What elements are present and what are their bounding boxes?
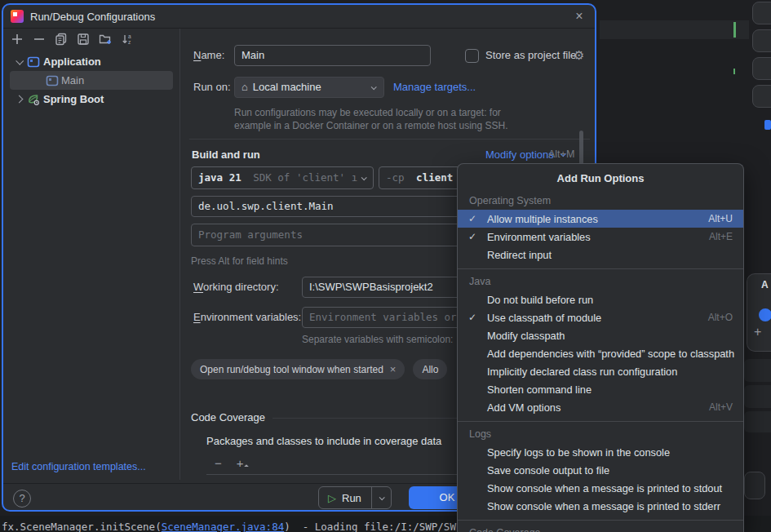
popup-menu-item[interactable]: Modify classpath: [458, 326, 743, 344]
remove-configuration-button[interactable]: [32, 32, 47, 47]
tree-item-spring-boot[interactable]: Spring Boot: [3, 90, 179, 109]
gear-icon[interactable]: ⚙: [574, 45, 584, 66]
chip-close-icon[interactable]: ×: [390, 363, 397, 375]
status-text-suffix: ) - Loading file:/I:/SWP/SWPB: [284, 521, 468, 532]
editor-green-marker-small: [733, 69, 735, 74]
tree-item-main[interactable]: Main: [10, 71, 173, 90]
popup-section-header: Logs: [458, 422, 743, 443]
popup-menu-item[interactable]: ✓Use classpath of moduleAlt+O: [458, 308, 743, 326]
run-on-help-line2: example in a Docker Container or on a re…: [234, 119, 508, 132]
side-panel-avatar: [759, 308, 771, 321]
background-rounded-widget: [744, 472, 765, 499]
check-icon: ✓: [468, 213, 487, 224]
menu-shortcut: Alt+U: [708, 213, 733, 224]
copy-configuration-button[interactable]: [54, 32, 69, 47]
edit-configuration-templates-link[interactable]: Edit configuration templates...: [11, 461, 146, 472]
build-and-run-title: Build and run: [192, 149, 260, 161]
option-chip[interactable]: Open run/debug tool window when started×: [191, 359, 405, 379]
popup-section-header: Java: [458, 269, 743, 290]
option-chips-row: Open run/debug tool window when started×…: [191, 359, 447, 379]
copy-icon: [55, 33, 68, 46]
popup-menu-item-label: Shorten command line: [487, 383, 733, 396]
save-configuration-button[interactable]: [76, 32, 91, 47]
dialog-titlebar: Run/Debug Configurations ×: [3, 5, 595, 29]
side-panel-letter: A: [761, 279, 769, 290]
configurations-toolbar: az: [10, 32, 135, 47]
popup-menu-item-label: Implicitly declared class run configurat…: [487, 366, 733, 378]
new-folder-button[interactable]: [98, 32, 113, 47]
run-options-arrow[interactable]: [371, 487, 391, 508]
name-label: Name:: [193, 45, 224, 66]
chevron-down-icon: [371, 84, 377, 90]
popup-menu-item-label: Use classpath of module: [487, 312, 708, 324]
background-blue-badge: [764, 120, 771, 130]
popup-menu-item[interactable]: Add VM optionsAlt+V: [458, 398, 743, 416]
popup-menu-item[interactable]: Implicitly declared class run configurat…: [458, 362, 743, 380]
add-configuration-button[interactable]: [10, 32, 24, 47]
popup-menu-item[interactable]: Add dependencies with “provided” scope t…: [458, 344, 743, 362]
svg-text:a: a: [128, 33, 131, 39]
background-row: [744, 411, 771, 432]
add-row-button[interactable]: +: [237, 456, 244, 470]
remove-row-button[interactable]: −: [215, 456, 222, 470]
popup-menu-item[interactable]: Show console when a message is printed t…: [458, 497, 743, 515]
background-row: [744, 385, 771, 408]
chip-label: Allo: [422, 364, 438, 375]
add-run-options-popup: Add Run Options Operating System✓Allow m…: [457, 163, 744, 532]
tree-item-label: Application: [43, 55, 101, 68]
jre-select[interactable]: java 21 SDK of 'client' ı: [191, 166, 374, 189]
store-as-project-file-checkbox[interactable]: [465, 49, 479, 63]
run-button[interactable]: ▷ Run: [318, 486, 392, 509]
popup-menu: Operating System✓Allow multiple instance…: [458, 188, 743, 532]
store-as-project-file-label: Store as project file: [485, 45, 576, 66]
popup-menu-item-label: Add VM options: [487, 401, 709, 414]
popup-section-header: Code Coverage: [458, 521, 743, 532]
cp-flag: -cp: [386, 171, 405, 184]
sort-alphabetically-icon: az: [121, 33, 134, 46]
background-widget: [752, 85, 771, 108]
popup-menu-item[interactable]: Specify logs to be shown in the console: [458, 443, 743, 461]
home-icon: ⌂: [241, 81, 248, 93]
check-icon: ✓: [468, 312, 487, 323]
chip-label: Open run/debug tool window when started: [200, 364, 383, 375]
menu-shortcut: Alt+E: [709, 231, 733, 242]
popup-menu-item[interactable]: ✓Environment variablesAlt+E: [458, 228, 743, 246]
sort-configurations-button[interactable]: az: [120, 32, 135, 47]
popup-menu-item[interactable]: Save console output to file: [458, 461, 743, 479]
environment-variables-label: Environment variables:: [193, 307, 301, 328]
run-on-value: Local machine: [253, 81, 321, 93]
run-on-help-line1: Run configurations may be executed local…: [234, 106, 501, 119]
editor-green-marker: [733, 22, 736, 38]
editor-row-highlight: [600, 20, 749, 39]
chevron-down-icon: [379, 494, 385, 500]
popup-menu-item[interactable]: Show console when a message is printed t…: [458, 479, 743, 497]
save-icon: [77, 33, 90, 46]
run-on-select[interactable]: ⌂Local machine: [234, 77, 384, 98]
working-directory-label: Working directory:: [193, 277, 279, 298]
intellij-logo-icon: [11, 10, 24, 23]
manage-targets-link[interactable]: Manage targets...: [393, 77, 476, 98]
popup-menu-item[interactable]: Redirect input: [458, 246, 743, 264]
chevron-right-icon[interactable]: [16, 95, 24, 104]
tree-item-application[interactable]: Application: [3, 52, 179, 71]
popup-menu-item[interactable]: Do not build before run: [458, 290, 743, 308]
minus-icon: [33, 33, 46, 46]
status-file-link[interactable]: SceneManager.java:84: [162, 521, 285, 532]
coverage-subsection-title: Packages and classes to include in cover…: [206, 435, 441, 447]
close-icon[interactable]: ×: [570, 7, 588, 25]
chevron-down-icon[interactable]: [16, 57, 24, 65]
option-chip[interactable]: Allo: [413, 359, 447, 379]
run-on-label: Run on:: [193, 77, 231, 98]
popup-section-header: Operating System: [458, 188, 743, 210]
coverage-section-title: Code Coverage: [191, 411, 265, 423]
application-icon: [27, 55, 40, 69]
background-row: [744, 359, 771, 382]
popup-menu-item-label: Environment variables: [487, 231, 709, 243]
help-button[interactable]: ?: [13, 490, 31, 508]
popup-menu-item[interactable]: ✓Allow multiple instancesAlt+U: [458, 210, 743, 228]
name-input[interactable]: Main: [234, 45, 431, 66]
application-icon: [46, 74, 59, 87]
popup-menu-item[interactable]: Shorten command line: [458, 380, 743, 398]
popup-menu-item-label: Allow multiple instances: [487, 213, 708, 225]
jre-detail: SDK of 'client' ı: [253, 171, 357, 184]
